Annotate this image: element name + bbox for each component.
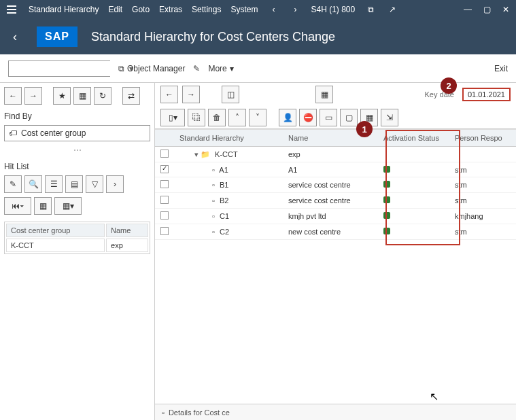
refresh-button[interactable]: ↻ [94, 87, 111, 105]
details-icon: ▫ [162, 408, 165, 417]
hierarchy-cell: ▫ A1 [174, 162, 283, 177]
command-field[interactable]: ▾ [8, 60, 110, 77]
col-select[interactable] [155, 130, 174, 147]
delete-button[interactable]: 🗑 [208, 109, 226, 126]
grid-button[interactable]: ▦ [34, 197, 52, 215]
favorite-button[interactable]: ★ [53, 87, 71, 105]
deselect-button[interactable]: ▢ [340, 109, 358, 126]
col-name-header[interactable]: Name [106, 224, 148, 237]
costcenter-node-icon: ▫ [212, 181, 215, 189]
table-row[interactable]: ▫ C2new cost centrestm [155, 224, 516, 240]
cube-button[interactable]: ◫ [222, 86, 239, 103]
splitter-handle[interactable]: ⋯ [4, 145, 150, 155]
collapse-button[interactable]: ˄ [228, 109, 246, 126]
object-manager-button[interactable]: ⧉ Object Manager [118, 64, 185, 73]
status-active-icon [383, 181, 390, 188]
status-bar: ▫ Details for Cost ce [155, 404, 516, 420]
row-checkbox[interactable] [160, 150, 169, 158]
name-cell: exp [283, 147, 378, 162]
tree-back-button[interactable]: ← [160, 86, 178, 103]
table-row[interactable]: ▫ B1service cost centrestm [155, 177, 516, 193]
more-hitlist-button[interactable]: › [106, 175, 124, 193]
menu-extras[interactable]: Extras [159, 5, 182, 14]
row-checkbox[interactable] [160, 180, 169, 188]
more-button[interactable]: More ▾ [208, 64, 233, 73]
find-by-label: Find By [4, 111, 150, 121]
layout-button[interactable]: ⇄ [122, 87, 140, 105]
select-button[interactable]: ▭ [320, 109, 337, 126]
col-group-header[interactable]: Cost center group [6, 224, 105, 237]
name-cell: kmjh pvt ltd [283, 209, 378, 224]
menu-goto[interactable]: Goto [132, 5, 150, 14]
toggle-button[interactable]: ▦ [73, 87, 91, 105]
nav-back-button[interactable]: ← [4, 87, 22, 105]
menu-standard-hierarchy[interactable]: Standard Hierarchy [29, 5, 99, 14]
menu-edit[interactable]: Edit [108, 5, 122, 14]
exit-button[interactable]: Exit [494, 64, 508, 73]
session-label: S4H (1) 800 [311, 5, 355, 14]
nav-forward-button[interactable]: → [24, 87, 42, 105]
hit-list-table[interactable]: Cost center group Name K-CCT exp [4, 222, 150, 254]
menu-system[interactable]: System [230, 5, 258, 14]
wand-button[interactable]: ✎ [193, 64, 200, 73]
activation-cell [378, 177, 449, 193]
hierarchy-cell: ▫ B2 [174, 193, 283, 209]
group-icon: 🏷 [9, 128, 17, 138]
hierarchy-table[interactable]: Standard Hierarchy Name Activation Statu… [155, 130, 516, 240]
menu-icon[interactable] [4, 3, 19, 16]
row-checkbox[interactable] [160, 211, 169, 220]
columns-button[interactable]: ▦ [360, 109, 378, 126]
col-name[interactable]: Name [283, 130, 378, 147]
name-cell: new cost centre [283, 224, 378, 240]
detail-button[interactable]: ▤ [65, 175, 83, 193]
nav-prev-icon[interactable]: ‹ [267, 3, 279, 16]
col-responsible[interactable]: Person Respo [449, 130, 516, 147]
create-button[interactable]: ▯▾ [160, 109, 185, 126]
responsible-cell: stm [449, 224, 516, 240]
nav-next-icon[interactable]: › [289, 3, 301, 16]
back-button[interactable]: ‹ [7, 29, 23, 45]
table-row[interactable]: ▫ B2service cost centrestm [155, 193, 516, 209]
table-row[interactable]: ▫ A1A1stm [155, 162, 516, 177]
col-activation[interactable]: Activation Status [378, 130, 449, 147]
table-row[interactable]: ▫ C1kmjh pvt ltdkmjhang [155, 209, 516, 224]
row-checkbox[interactable] [160, 196, 169, 204]
responsible-cell: stm [449, 177, 516, 193]
status-text: Details for Cost ce [169, 408, 230, 417]
hierarchy-cell: ▫ C2 [174, 224, 283, 240]
status-active-icon [383, 196, 390, 203]
find-button[interactable]: 🔍 [24, 175, 42, 193]
edit-button[interactable]: ✎ [4, 175, 22, 193]
maximize-icon[interactable]: ▢ [481, 3, 493, 16]
command-input[interactable] [9, 61, 129, 76]
filter-button[interactable]: ▽ [86, 175, 103, 193]
new-session-icon[interactable]: ⧉ [364, 3, 377, 16]
calendar-button[interactable]: ▦ [315, 86, 333, 103]
hit-list-row[interactable]: K-CCT exp [6, 239, 148, 252]
name-cell: service cost centre [283, 193, 378, 209]
close-icon[interactable]: ✕ [500, 3, 512, 16]
first-button[interactable]: ⏮▾ [4, 197, 31, 215]
shortcut-icon[interactable]: ↗ [386, 3, 398, 16]
expand-button[interactable]: ˅ [249, 109, 266, 126]
tree-forward-button[interactable]: → [182, 86, 200, 103]
copy-button[interactable]: ⿻ [188, 109, 205, 126]
menu-settings[interactable]: Settings [192, 5, 221, 14]
responsible-cell: stm [449, 193, 516, 209]
activation-cell [378, 209, 449, 224]
list-button[interactable]: ☰ [45, 175, 63, 193]
col-hierarchy[interactable]: Standard Hierarchy [174, 130, 283, 147]
user-button[interactable]: 👤 [279, 109, 296, 126]
activation-cell [378, 193, 449, 209]
unassign-button[interactable]: ⛔ [299, 109, 317, 126]
table-row[interactable]: ▾ 📁 K-CCTexp [155, 147, 516, 162]
row-checkbox[interactable] [160, 227, 169, 235]
object-manager-label: Object Manager [127, 64, 185, 73]
export2-button[interactable]: ⇲ [381, 109, 398, 126]
row-checkbox[interactable] [160, 165, 169, 173]
find-by-selector[interactable]: 🏷 Cost center group [4, 125, 150, 141]
export-button[interactable]: ▦▾ [54, 197, 82, 215]
sap-logo: SAP [37, 27, 78, 47]
key-date-field[interactable]: 01.01.2021 [462, 88, 511, 101]
minimize-icon[interactable]: — [462, 3, 474, 16]
